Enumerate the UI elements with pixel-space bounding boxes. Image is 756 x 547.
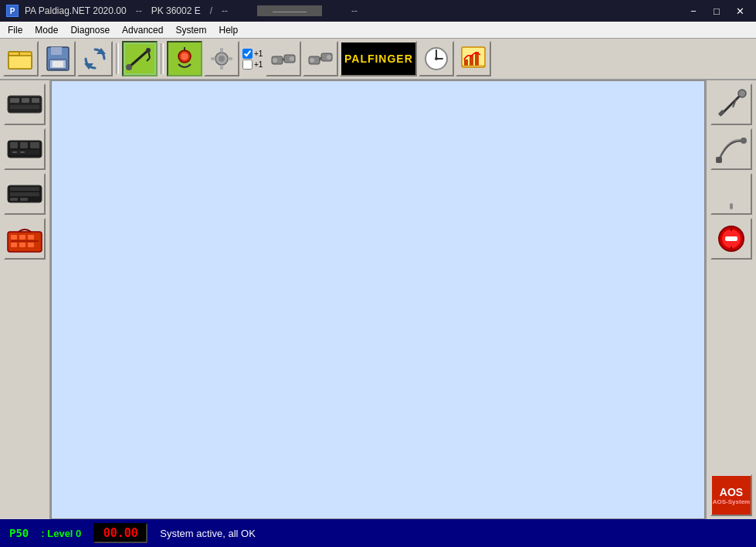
svg-rect-52 — [10, 142, 18, 148]
svg-rect-66 — [19, 235, 25, 240]
title-bar-left: P PA Paldiag.NET 2020.00 -- PK 36002 E /… — [6, 5, 358, 17]
cable-button[interactable] — [710, 128, 752, 170]
cb1-text: +1 — [254, 49, 263, 58]
toolbar-separator-1 — [116, 43, 119, 74]
menu-system[interactable]: System — [169, 23, 212, 37]
svg-rect-6 — [51, 47, 62, 55]
menu-advanced[interactable]: Advanced — [116, 23, 169, 37]
checkbox-cb1-label[interactable]: +1 — [242, 49, 263, 59]
probe-button[interactable] — [710, 83, 752, 125]
svg-point-35 — [310, 58, 314, 63]
svg-rect-42 — [464, 59, 468, 66]
maximize-button[interactable]: □ — [707, 3, 727, 19]
checkbox-cb1[interactable] — [242, 49, 253, 59]
menu-file[interactable]: File — [2, 23, 29, 37]
ecm2-button[interactable] — [4, 128, 46, 170]
title-text: PA Paldiag.NET 2020.00 — [25, 5, 127, 16]
save-button[interactable] — [40, 41, 76, 76]
crane-tool-button[interactable] — [122, 41, 158, 76]
svg-point-30 — [273, 58, 277, 63]
svg-rect-63 — [8, 232, 42, 252]
settings-button[interactable] — [204, 41, 239, 76]
status-bar: P50 : Level 0 00.00 System active, all O… — [0, 519, 756, 547]
horn-button[interactable] — [710, 173, 752, 215]
close-button[interactable]: ✕ — [730, 3, 750, 19]
svg-rect-25 — [211, 57, 215, 60]
status-message: System active, all OK — [160, 528, 256, 539]
title-spacer: ―――― — [257, 5, 322, 16]
ctrl1-button[interactable] — [266, 41, 301, 76]
aos-label: AOS — [720, 486, 743, 498]
svg-point-31 — [290, 56, 294, 61]
svg-point-72 — [738, 90, 746, 97]
svg-rect-26 — [228, 57, 232, 60]
tools-button[interactable] — [4, 218, 46, 260]
main-area: AOS AOS-System — [0, 80, 756, 519]
svg-rect-77 — [716, 157, 722, 163]
canvas-area — [51, 80, 705, 519]
palfinger-text: PALFINGER — [344, 53, 413, 65]
svg-rect-65 — [11, 235, 17, 240]
svg-rect-61 — [10, 198, 18, 201]
chart-button[interactable] — [456, 41, 491, 76]
checkbox-cb2-label[interactable]: +1 — [242, 59, 263, 70]
svg-rect-80 — [730, 203, 733, 209]
svg-rect-59 — [10, 187, 39, 191]
refresh-button[interactable] — [77, 41, 113, 76]
cb2-text: +1 — [254, 60, 263, 69]
svg-rect-48 — [22, 98, 29, 103]
menu-help[interactable]: Help — [212, 23, 244, 37]
svg-rect-56 — [12, 151, 17, 153]
aos-sublabel: AOS-System — [713, 498, 750, 505]
svg-rect-4 — [8, 56, 32, 69]
svg-line-29 — [283, 59, 284, 60]
open-folder-button[interactable] — [3, 41, 39, 76]
svg-rect-53 — [20, 142, 28, 148]
ecm3-button[interactable] — [4, 173, 46, 215]
checkbox-cb2[interactable] — [242, 59, 253, 70]
svg-rect-69 — [19, 243, 25, 247]
title-extra2: -- — [351, 5, 358, 16]
svg-rect-24 — [220, 65, 223, 70]
svg-rect-47 — [10, 98, 19, 103]
palfinger-logo-button[interactable]: PALFINGER — [340, 41, 417, 76]
svg-point-36 — [327, 55, 331, 59]
ctrl2-button[interactable] — [303, 41, 338, 76]
svg-rect-84 — [725, 236, 737, 241]
hook-tool-button[interactable] — [167, 41, 202, 76]
svg-point-76 — [741, 138, 747, 144]
toolbar-checkbox-group: +1 +1 — [242, 49, 263, 70]
svg-point-15 — [126, 64, 132, 70]
toolbar-separator-2 — [161, 43, 164, 74]
title-extra1: -- — [222, 5, 228, 16]
svg-rect-8 — [53, 61, 63, 67]
status-time: 00.00 — [93, 523, 147, 543]
stop-button[interactable] — [710, 218, 752, 260]
title-bar: P PA Paldiag.NET 2020.00 -- PK 36002 E /… — [0, 0, 756, 22]
svg-text:P: P — [10, 7, 15, 15]
svg-rect-67 — [28, 235, 34, 240]
ecm1-button[interactable] — [4, 83, 46, 125]
title-bar-controls: − □ ✕ — [683, 3, 750, 19]
menu-diagnose[interactable]: Diagnose — [64, 23, 116, 37]
status-level: : Level 0 — [41, 528, 81, 539]
svg-rect-62 — [20, 198, 28, 201]
menu-mode[interactable]: Mode — [29, 23, 64, 37]
title-sep2: / — [210, 5, 212, 16]
svg-rect-70 — [28, 243, 34, 247]
svg-rect-23 — [220, 48, 223, 53]
title-separator1: -- — [136, 5, 142, 16]
svg-rect-60 — [10, 192, 39, 196]
toolbar: +1 +1 PALFINGER — [0, 39, 756, 80]
svg-point-22 — [219, 56, 225, 62]
status-p50: P50 — [9, 527, 29, 539]
clock-button[interactable] — [419, 41, 454, 76]
app-icon: P — [6, 5, 19, 17]
minimize-button[interactable]: − — [683, 3, 703, 19]
title-device: PK 36002 E — [151, 5, 201, 16]
svg-rect-50 — [10, 105, 39, 109]
svg-point-19 — [181, 53, 188, 60]
svg-rect-68 — [11, 243, 17, 247]
aos-button[interactable]: AOS AOS-System — [710, 474, 752, 516]
right-sidebar: AOS AOS-System — [705, 80, 756, 519]
